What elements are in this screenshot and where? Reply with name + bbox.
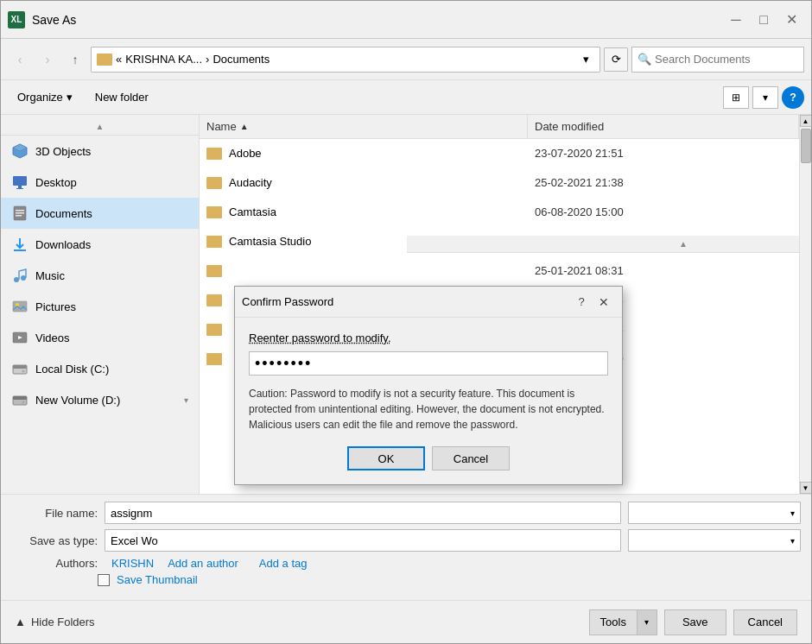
search-bar: 🔍 [631,47,804,73]
svg-rect-7 [16,212,24,214]
sidebar: ▲ 3D Objects Desktop Documents [1,115,200,494]
desktop-icon [11,174,29,191]
breadcrumb-separator: › [206,53,209,66]
confirm-password-input[interactable] [249,351,608,376]
music-icon [11,267,29,284]
confirm-dialog-close-button[interactable]: ✕ [593,291,615,313]
svg-rect-3 [18,186,22,188]
table-row[interactable]: 25-01-2021 08:31 [200,256,799,286]
confirm-dialog-title: Confirm Password [242,295,570,308]
scroll-up-arrow[interactable]: ▲ [800,115,812,127]
tools-dropdown-arrow[interactable]: ▾ [638,610,657,635]
sidebar-label-downloads: Downloads [35,238,91,251]
thumbnail-checkbox[interactable] [98,574,110,586]
sidebar-item-pictures[interactable]: Pictures [1,291,199,322]
sidebar-item-music[interactable]: Music [1,260,199,291]
filename-row: File name: ▾ [11,502,801,524]
confirm-ok-button[interactable]: OK [347,446,425,470]
view-dropdown-button[interactable]: ▾ [752,86,778,109]
folder-icon [206,236,222,248]
col-header-name[interactable]: Name ▲ [200,115,528,138]
back-button[interactable]: ‹ [8,47,32,72]
svg-rect-6 [16,210,24,212]
sidebar-label-pictures: Pictures [35,300,76,313]
folder-icon [206,324,222,336]
confirm-cancel-button[interactable]: Cancel [432,446,510,470]
footer-right-buttons: Tools ▾ Save Cancel [589,609,797,635]
svg-rect-4 [16,188,23,189]
sidebar-item-videos[interactable]: Videos [1,322,199,353]
hide-folders-button[interactable]: ▲ Hide Folders [15,616,95,628]
confirm-password-dialog: Confirm Password ? ✕ Reenter password to… [234,286,623,485]
col-header-date[interactable]: Date modified [528,115,799,138]
sidebar-item-desktop[interactable]: Desktop [1,167,199,198]
downloads-icon [11,236,29,253]
sidebar-scroll-up[interactable]: ▲ [1,118,199,136]
table-row[interactable]: Camtasia 06-08-2020 15:00 [200,198,799,227]
authors-label: Authors: [11,557,98,570]
file-name-cell [200,256,528,285]
tools-button[interactable]: Tools ▾ [589,609,657,635]
view-icon: ⊞ [732,92,740,104]
table-row[interactable]: Adobe 23-07-2020 21:51 [200,139,799,168]
authors-row: Authors: KRISHN Add an author Add a tag [11,557,801,570]
svg-rect-12 [13,301,27,312]
file-list-scrollbar[interactable]: ▲ ▼ [799,115,811,494]
confirm-dialog-body: Reenter password to modify. Caution: Pas… [235,318,622,484]
folder-icon [206,353,222,365]
svg-point-18 [22,370,25,373]
search-icon: 🔍 [638,53,651,66]
svg-point-11 [21,275,26,281]
table-row[interactable]: Audacity 25-02-2021 21:38 [200,168,799,198]
close-button[interactable]: ✕ [778,7,804,33]
scroll-thumb[interactable] [801,129,811,163]
filetype-input[interactable] [105,529,621,552]
confirm-dialog-help-button[interactable]: ? [570,291,593,313]
organize-button[interactable]: Organize ▾ [8,86,82,109]
thumbnail-label: Save Thumbnail [117,573,198,586]
sidebar-item-3d-objects[interactable]: 3D Objects [1,136,199,167]
refresh-button[interactable]: ⟳ [604,47,628,72]
sidebar-item-new-volume[interactable]: New Volume (D:) ▾ [1,384,199,415]
help-button[interactable]: ? [782,86,804,109]
forward-button[interactable]: › [35,47,60,72]
sidebar-item-downloads[interactable]: Downloads [1,229,199,260]
file-name-cell: Audacity [200,168,528,197]
sort-icon: ▲ [240,122,249,131]
svg-point-10 [14,277,19,282]
filename-input[interactable] [105,502,621,524]
up-button[interactable]: ↑ [63,47,87,72]
breadcrumb-path1: KRISHNA KA... [125,53,202,66]
pictures-icon [11,298,29,315]
dialog-title: Save As [32,13,723,27]
sidebar-item-local-disk[interactable]: Local Disk (C:) [1,353,199,384]
add-author-link[interactable]: Add an author [168,557,238,570]
minimize-button[interactable]: ─ [723,7,749,33]
saveas-dialog: XL Save As ─ □ ✕ ‹ › ↑ « KRISHNA KA... ›… [0,0,812,644]
cancel-button[interactable]: Cancel [733,609,797,635]
tools-main-label[interactable]: Tools [590,610,638,635]
confirm-dialog-buttons: OK Cancel [249,446,608,470]
address-dropdown-button[interactable]: ▾ [577,47,594,72]
file-name-cell: Camtasia [200,198,528,226]
file-date-cell: 25-02-2021 21:38 [528,168,799,197]
3d-objects-icon [11,142,29,160]
svg-rect-17 [13,365,27,369]
hide-folders-icon: ▲ [15,616,26,628]
confirm-dialog-titlebar: Confirm Password ? ✕ [235,287,622,318]
save-button[interactable]: Save [664,609,726,635]
sidebar-label-new-volume: New Volume (D:) [35,394,120,407]
view-button[interactable]: ⊞ [723,86,749,109]
local-disk-icon [11,360,29,377]
new-folder-button[interactable]: New folder [86,86,158,109]
maximize-button[interactable]: □ [751,7,777,33]
scroll-down-arrow[interactable]: ▼ [800,482,812,494]
svg-rect-20 [13,396,27,400]
folder-icon [206,294,222,306]
sidebar-item-documents[interactable]: Documents [1,198,199,229]
toolbar: Organize ▾ New folder ⊞ ▾ ? [1,80,811,115]
svg-point-21 [22,401,25,404]
add-tag-link[interactable]: Add a tag [259,557,308,570]
search-input[interactable] [655,53,798,66]
file-list-header: ▲ Name ▲ Date modified [200,115,799,139]
